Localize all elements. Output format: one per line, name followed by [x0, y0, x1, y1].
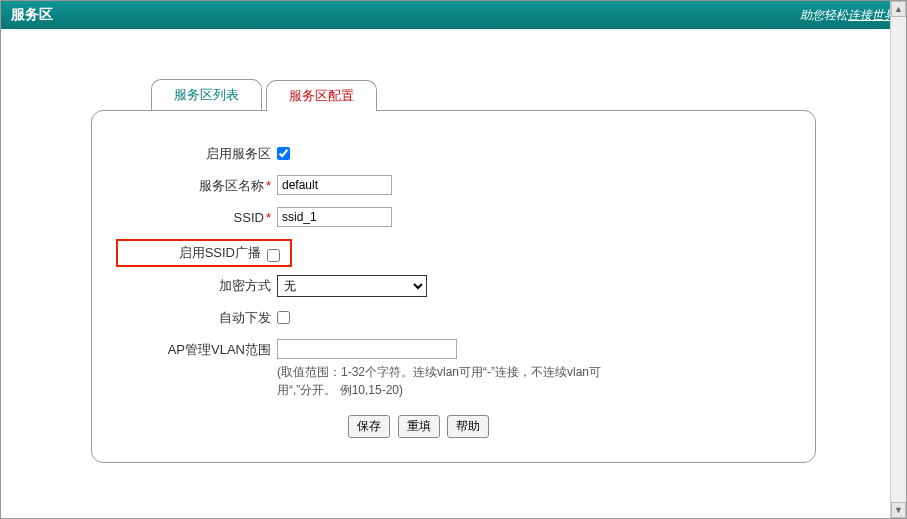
- service-area-name-input[interactable]: [277, 175, 392, 195]
- reset-button[interactable]: 重填: [398, 415, 440, 438]
- ssid-label: SSID*: [122, 207, 277, 229]
- encryption-select[interactable]: 无: [277, 275, 427, 297]
- ap-vlan-label: AP管理VLAN范围: [122, 339, 277, 361]
- enable-ssid-broadcast-label: 启用SSID广播: [118, 242, 267, 264]
- tab-service-area-list[interactable]: 服务区列表: [151, 79, 262, 110]
- header-slogan: 助您轻松连接世界: [800, 7, 896, 24]
- enable-service-area-label: 启用服务区: [122, 143, 277, 165]
- ap-vlan-input[interactable]: [277, 339, 457, 359]
- auto-deliver-checkbox[interactable]: [277, 311, 290, 324]
- tab-bar: 服务区列表 服务区配置: [151, 79, 816, 110]
- service-area-name-label: 服务区名称*: [122, 175, 277, 197]
- enable-service-area-checkbox[interactable]: [277, 147, 290, 160]
- page-header: 服务区 助您轻松连接世界: [1, 1, 906, 29]
- save-button[interactable]: 保存: [348, 415, 390, 438]
- page-title: 服务区: [11, 6, 53, 24]
- scroll-up-icon[interactable]: ▲: [891, 1, 906, 17]
- vertical-scrollbar[interactable]: ▲ ▼: [890, 1, 906, 518]
- ap-vlan-note: (取值范围：1-32个字符。连续vlan可用“-”连接，不连续vlan可用“,”…: [277, 363, 627, 399]
- scroll-down-icon[interactable]: ▼: [891, 502, 906, 518]
- config-panel: 启用服务区 服务区名称* SSID* 启用SSID广播 加密方式 无: [91, 110, 816, 463]
- tab-service-area-config[interactable]: 服务区配置: [266, 80, 377, 111]
- enable-ssid-broadcast-checkbox[interactable]: [267, 249, 280, 262]
- help-button[interactable]: 帮助: [447, 415, 489, 438]
- auto-deliver-label: 自动下发: [122, 307, 277, 329]
- encryption-label: 加密方式: [122, 275, 277, 297]
- ssid-broadcast-highlight: 启用SSID广播: [116, 239, 292, 267]
- ssid-input[interactable]: [277, 207, 392, 227]
- button-row: 保存 重填 帮助: [52, 415, 785, 438]
